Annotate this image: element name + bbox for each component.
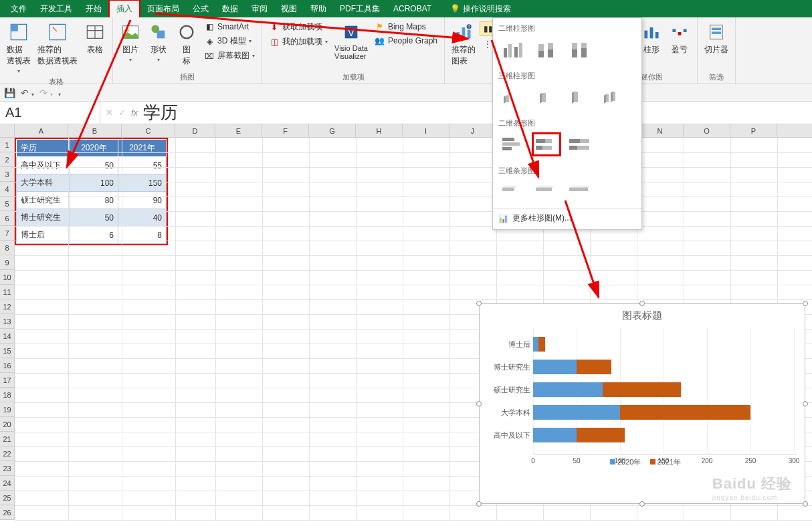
resize-handle[interactable] [803,401,808,406]
col-header[interactable]: H [356,124,403,137]
col-header[interactable]: C [122,124,175,137]
row-header[interactable]: 26 [0,505,14,520]
cancel-edit-icon[interactable]: ✕ [106,108,113,118]
3d-clustered-bar-option[interactable] [498,180,528,204]
resize-handle[interactable] [476,401,482,406]
tab-review[interactable]: 审阅 [245,0,274,17]
row-header[interactable]: 25 [0,491,14,505]
bing-maps-button[interactable]: ⚑Bing Maps [372,20,440,33]
col-header[interactable]: E [215,124,262,137]
sparkline-winloss-button[interactable]: 盈亏 [666,20,693,57]
pictures-button[interactable]: 图片▾ [117,20,144,68]
resize-handle[interactable] [803,501,808,507]
tell-me-search[interactable]: 💡操作说明搜索 [443,0,518,17]
row-header[interactable]: 11 [0,285,14,299]
row-header[interactable]: 14 [0,329,14,344]
pct-stacked-bar-option[interactable] [565,132,595,156]
row-header[interactable]: 6 [0,211,14,226]
3d-pct-stacked-column-option[interactable] [565,85,595,109]
col-header[interactable]: A [15,124,68,137]
row-header[interactable]: 24 [0,476,14,491]
name-box[interactable]: A1 [0,102,100,124]
3d-clustered-column-option[interactable] [498,85,528,109]
3d-column-option[interactable] [599,85,628,109]
col-header[interactable]: J [449,124,496,137]
col-header[interactable]: O [684,124,730,137]
row-header[interactable]: 23 [0,461,14,476]
clustered-column-option[interactable] [498,37,528,61]
row-header[interactable]: 4 [0,182,14,196]
resize-handle[interactable] [639,301,645,306]
col-header[interactable]: I [403,124,449,137]
sparkline-col-button[interactable]: 柱形 [638,20,665,57]
clustered-bar-option[interactable] [498,132,528,156]
tab-view[interactable]: 视图 [274,0,304,17]
row-header[interactable]: 10 [0,270,14,285]
screenshot-button[interactable]: ⌧屏幕截图▾ [201,49,258,63]
row-header[interactable]: 5 [0,196,14,211]
tab-help[interactable]: 帮助 [304,0,333,17]
more-column-charts[interactable]: 📊更多柱形图(M)... [493,208,641,228]
row-header[interactable]: 2 [0,152,14,167]
row-header[interactable]: 1 [0,138,14,152]
slicer-button[interactable]: 切片器 [702,20,731,57]
get-addins-button[interactable]: ⬇获取加载项 [266,20,330,34]
tab-developer[interactable]: 开发工具 [33,0,79,17]
resize-handle[interactable] [639,501,645,507]
row-header[interactable]: 7 [0,226,14,241]
my-addins-button[interactable]: ◫我的加载项▾ [266,35,330,49]
resize-handle[interactable] [476,301,482,306]
3d-pct-stacked-bar-option[interactable] [565,180,595,204]
row-header[interactable]: 20 [0,417,14,432]
row-header[interactable]: 15 [0,344,14,358]
col-header[interactable]: B [68,124,122,137]
plot-area[interactable]: 050100150200250300博士后博士研究生硕士研究生大学本科高中及以下 [533,327,797,454]
formula-input[interactable]: 学历 [143,101,178,124]
rec-charts-button[interactable]: ?推荐的 图表 [449,20,478,76]
3d-stacked-column-option[interactable] [532,85,561,109]
3d-stacked-bar-option[interactable] [532,180,561,204]
row-header[interactable]: 19 [0,402,14,417]
redo-button[interactable]: ↷ ▾ [39,88,53,98]
resize-handle[interactable] [803,301,808,306]
icons-button[interactable]: 图 标 [173,20,200,68]
pivot-table-button[interactable]: 数据 透视表▾ [4,20,33,76]
row-header[interactable]: 13 [0,314,14,329]
qat-customize[interactable]: ▾ [58,88,61,98]
pct-stacked-column-option[interactable] [565,37,595,61]
row-header[interactable]: 8 [0,241,14,255]
select-all-corner[interactable] [0,124,15,137]
undo-button[interactable]: ↶ ▾ [21,88,34,98]
stacked-column-option[interactable] [532,37,561,61]
tab-layout[interactable]: 页面布局 [140,0,186,17]
row-header[interactable]: 16 [0,358,14,373]
stacked-bar-option[interactable] [532,132,561,156]
shapes-button[interactable]: 形状▾ [145,20,172,68]
save-button[interactable]: 💾 [4,88,15,98]
smartart-button[interactable]: ◧SmartArt [201,20,258,33]
col-header[interactable]: P [730,124,777,137]
rec-pivot-button[interactable]: 推荐的 数据透视表 [35,20,80,76]
col-header[interactable]: N [637,124,684,137]
tab-insert[interactable]: 插入 [108,0,140,17]
col-header[interactable]: F [262,124,309,137]
confirm-edit-icon[interactable]: ✓ [118,108,126,118]
resize-handle[interactable] [476,501,482,507]
row-header[interactable]: 22 [0,446,14,461]
row-header[interactable]: 21 [0,432,14,446]
row-header[interactable]: 18 [0,388,14,402]
data-table[interactable]: 学历2020年2021年高中及以下5055大学本科100150硕士研究生8090… [15,138,168,245]
fx-icon[interactable]: fx [131,108,138,118]
row-header[interactable]: 12 [0,299,14,314]
tab-pdf[interactable]: PDF工具集 [333,0,387,17]
tab-acrobat[interactable]: ACROBAT [387,0,438,17]
people-graph-button[interactable]: 👥People Graph [372,34,440,47]
row-header[interactable]: 17 [0,373,14,388]
tab-data[interactable]: 数据 [215,0,245,17]
col-header[interactable]: G [309,124,356,137]
table-button[interactable]: 表格 [82,20,108,76]
tab-formula[interactable]: 公式 [186,0,215,17]
chart-title[interactable]: 图表标题 [480,304,805,327]
visio-button[interactable]: VVisio Data Visualizer [332,20,371,61]
tab-home[interactable]: 开始 [79,0,108,17]
